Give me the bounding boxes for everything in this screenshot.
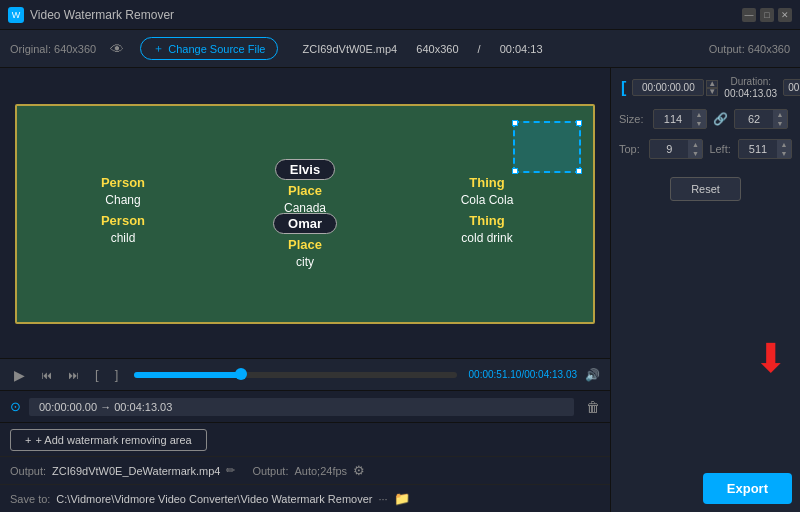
chang-value: Chang <box>105 193 140 207</box>
clip-end-button[interactable]: ] <box>111 365 123 384</box>
app-title: Video Watermark Remover <box>30 8 174 22</box>
next-frame-button[interactable]: ⏭ <box>64 367 83 383</box>
start-time-down[interactable]: ▼ <box>706 88 718 96</box>
left-label: Left: <box>709 143 732 155</box>
clip-start-button[interactable]: [ <box>91 365 103 384</box>
delete-timeline-button[interactable]: 🗑 <box>586 399 600 415</box>
filename: ZCI69dVtW0E.mp4 <box>302 43 397 55</box>
export-button[interactable]: Export <box>703 473 792 504</box>
size-label: Size: <box>619 113 647 125</box>
timeline-track: 00:00:00.00 → 00:04:13.03 <box>29 398 574 416</box>
width-input[interactable] <box>654 111 692 127</box>
watermark-selection-box[interactable] <box>513 121 581 173</box>
start-time-input[interactable] <box>632 79 704 96</box>
output-label-bottom: Output: <box>10 465 46 477</box>
output-settings-value: Auto;24fps <box>294 465 347 477</box>
corner-bl[interactable] <box>512 168 518 174</box>
plus-icon: ＋ <box>153 41 164 56</box>
width-down[interactable]: ▼ <box>692 119 706 128</box>
start-time-spinner[interactable]: ▲ ▼ <box>706 80 718 96</box>
toolbar-left: Original: 640x360 👁 <box>10 41 124 57</box>
top-label: Top: <box>619 143 643 155</box>
colddrink-value: cold drink <box>461 231 512 245</box>
eye-icon[interactable]: 👁 <box>110 41 124 57</box>
original-label: Original: 640x360 <box>10 43 96 55</box>
left-input-wrap: ▲ ▼ <box>738 139 792 159</box>
change-source-button[interactable]: ＋ Change Source File <box>140 37 278 60</box>
down-arrow-icon: ⬇ <box>754 338 788 378</box>
time-range-row: [ ▲ ▼ Duration: 00:04:13.03 ▲ ▼ <box>619 76 792 99</box>
folder-icon[interactable]: 📁 <box>394 491 410 506</box>
left-up[interactable]: ▲ <box>777 140 791 149</box>
start-bracket-button[interactable]: [ <box>619 79 628 97</box>
size-row: Size: ▲ ▼ 🔗 ▲ ▼ <box>619 109 792 129</box>
timeline-range: 00:00:00.00 → 00:04:13.03 <box>39 401 172 413</box>
city-value: city <box>296 255 314 269</box>
progress-bar[interactable] <box>134 372 456 378</box>
output-settings-label: Output: <box>252 465 288 477</box>
main: Elvis Place Canada Person Chang <box>0 68 800 512</box>
card-chang: Person Chang <box>37 175 209 207</box>
close-btn[interactable]: ✕ <box>778 8 792 22</box>
card-person-2: Person child <box>37 213 209 269</box>
video-container: Elvis Place Canada Person Chang <box>0 68 610 358</box>
thing-category-2: Thing <box>469 213 504 228</box>
left-input[interactable] <box>739 141 777 157</box>
duration-value: 00:04:13.03 <box>724 88 777 99</box>
app-icon: W <box>8 7 24 23</box>
volume-icon[interactable]: 🔊 <box>585 368 600 382</box>
browse-button[interactable]: ··· <box>378 493 387 505</box>
person-category-1: Person <box>101 175 145 190</box>
right-panel: [ ▲ ▼ Duration: 00:04:13.03 ▲ ▼ <box>610 68 800 512</box>
prev-frame-button[interactable]: ⏮ <box>37 367 56 383</box>
edit-filename-icon[interactable]: ✏ <box>226 464 235 477</box>
timeline-icon: ⊙ <box>10 399 21 414</box>
height-up[interactable]: ▲ <box>773 110 787 119</box>
position-row: Top: ▲ ▼ Left: ▲ ▼ <box>619 139 792 159</box>
reset-button[interactable]: Reset <box>670 177 741 201</box>
height-input-wrap: ▲ ▼ <box>734 109 788 129</box>
top-down[interactable]: ▼ <box>688 149 702 158</box>
place-category-2: Place <box>288 237 322 252</box>
progress-thumb[interactable] <box>235 368 247 380</box>
corner-tl[interactable] <box>512 120 518 126</box>
output-row: Output: ZCI69dVtW0E_DeWatermark.mp4 ✏ Ou… <box>0 456 610 484</box>
link-icon[interactable]: 🔗 <box>713 112 728 126</box>
person-category-2: Person <box>101 213 145 228</box>
add-watermark-button[interactable]: + + Add watermark removing area <box>10 429 207 451</box>
place-category-1: Place <box>288 183 322 198</box>
card-thing-1: Thing Cola Cola <box>401 175 573 207</box>
left-down[interactable]: ▼ <box>777 149 791 158</box>
window-controls: — □ ✕ <box>742 8 792 22</box>
output-filename: ZCI69dVtW0E_DeWatermark.mp4 <box>52 465 220 477</box>
width-up[interactable]: ▲ <box>692 110 706 119</box>
height-input[interactable] <box>735 111 773 127</box>
duration-label: Duration: <box>730 76 771 87</box>
gear-icon[interactable]: ⚙ <box>353 463 365 478</box>
top-up[interactable]: ▲ <box>688 140 702 149</box>
preview-panel: Elvis Place Canada Person Chang <box>0 68 610 512</box>
title-bar: W Video Watermark Remover — □ ✕ <box>0 0 800 30</box>
end-time-input[interactable] <box>783 79 800 96</box>
progress-fill <box>134 372 240 378</box>
video-frame: Elvis Place Canada Person Chang <box>15 104 595 324</box>
thing-category-1: Thing <box>469 175 504 190</box>
top-input-wrap: ▲ ▼ <box>649 139 703 159</box>
top-input[interactable] <box>650 141 688 157</box>
minimize-btn[interactable]: — <box>742 8 756 22</box>
card-omar: Omar Place city <box>219 213 391 269</box>
maximize-btn[interactable]: □ <box>760 8 774 22</box>
controls-bar: ▶ ⏮ ⏭ [ ] 00:00:51.10/00:04:13.03 🔊 <box>0 358 610 390</box>
corner-tr[interactable] <box>576 120 582 126</box>
card-thing-2: Thing cold drink <box>401 213 573 269</box>
corner-br[interactable] <box>576 168 582 174</box>
toolbar: Original: 640x360 👁 ＋ Change Source File… <box>0 30 800 68</box>
current-time-display: 00:00:51.10/00:04:13.03 <box>469 369 577 380</box>
file-info: ZCI69dVtW0E.mp4 640x360 / 00:04:13 <box>294 43 550 55</box>
play-button[interactable]: ▶ <box>10 365 29 385</box>
save-path: C:\Vidmore\Vidmore Video Converter\Video… <box>56 493 372 505</box>
height-down[interactable]: ▼ <box>773 119 787 128</box>
title-left: W Video Watermark Remover <box>8 7 174 23</box>
save-label: Save to: <box>10 493 50 505</box>
resolution: 640x360 <box>416 43 458 55</box>
